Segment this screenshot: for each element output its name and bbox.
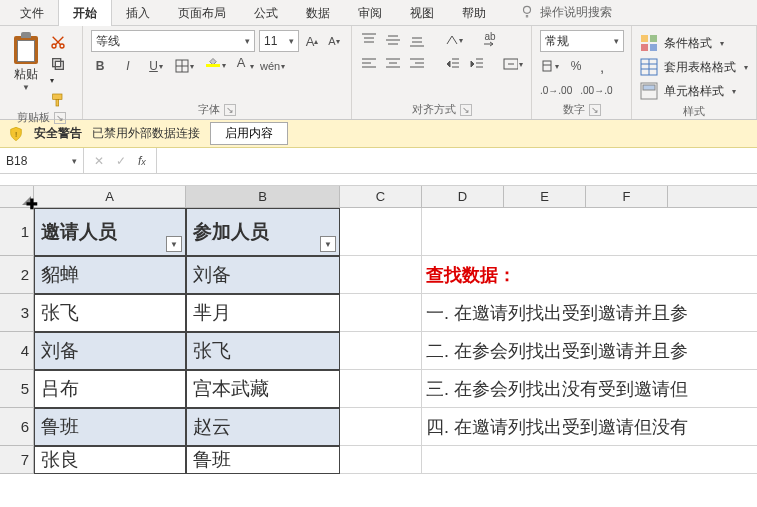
font-dialog-launcher[interactable]: ↘ (224, 104, 236, 116)
row-header[interactable]: 6 (0, 408, 34, 446)
format-as-table-button[interactable]: 套用表格格式▾ (640, 56, 748, 78)
grid-cell[interactable]: 吕布 (34, 370, 186, 408)
grid-cell[interactable]: 张良 (34, 446, 186, 474)
grid-cell[interactable] (340, 256, 422, 294)
row-header[interactable]: 5 (0, 370, 34, 408)
grid-cell[interactable]: 刘备 (186, 256, 340, 294)
table-header-cell[interactable]: 邀请人员▼ (34, 208, 186, 256)
align-center-icon[interactable] (384, 54, 402, 74)
align-left-icon[interactable] (360, 54, 378, 74)
underline-button[interactable]: U▾ (147, 56, 165, 76)
cell-styles-button[interactable]: 单元格样式▾ (640, 80, 748, 102)
decrease-indent-icon[interactable] (444, 54, 462, 74)
font-color-button[interactable]: A▾ (232, 56, 250, 76)
number-dialog-launcher[interactable]: ↘ (589, 104, 601, 116)
formula-input[interactable] (157, 148, 757, 173)
tell-me-hint[interactable]: 操作说明搜索 (540, 4, 612, 21)
tab-view[interactable]: 视图 (396, 0, 448, 26)
wrap-text-button[interactable]: ab (481, 30, 499, 50)
grid-cell[interactable] (340, 446, 422, 474)
tab-help[interactable]: 帮助 (448, 0, 500, 26)
copy-icon[interactable]: ▾ (50, 56, 66, 86)
font-size-combo[interactable]: 11▾ (259, 30, 299, 52)
decrease-decimal-button[interactable]: .00→.0 (580, 80, 612, 100)
svg-point-0 (524, 6, 531, 13)
grid-cell[interactable]: 刘备 (34, 332, 186, 370)
clipboard-dialog-launcher[interactable]: ↘ (54, 112, 66, 124)
row-header[interactable]: 3 (0, 294, 34, 332)
grid-cell[interactable]: 赵云 (186, 408, 340, 446)
table-header-cell[interactable]: 参加人员▼ (186, 208, 340, 256)
percent-button[interactable]: % (567, 56, 585, 76)
grid-cell[interactable] (340, 208, 422, 256)
row-header[interactable]: 1 (0, 208, 34, 256)
svg-rect-47 (650, 44, 657, 51)
bold-button[interactable]: B (91, 56, 109, 76)
grid-cell[interactable]: 张飞 (186, 332, 340, 370)
phonetic-guide-button[interactable]: wén▾ (260, 56, 285, 76)
overlay-line: 一. 在邀请列找出受到邀请并且参 (422, 294, 757, 332)
alignment-dialog-launcher[interactable]: ↘ (460, 104, 472, 116)
svg-rect-53 (643, 85, 655, 90)
conditional-formatting-button[interactable]: 条件格式▾ (640, 32, 748, 54)
grid-cell[interactable]: 貂蝉 (34, 256, 186, 294)
grid-cell[interactable] (340, 408, 422, 446)
align-top-icon[interactable] (360, 30, 378, 50)
number-format-combo[interactable]: 常规▾ (540, 30, 624, 52)
tab-pagelayout[interactable]: 页面布局 (164, 0, 240, 26)
enable-content-button[interactable]: 启用内容 (210, 122, 288, 145)
select-all-corner[interactable] (0, 186, 34, 208)
increase-indent-icon[interactable] (468, 54, 486, 74)
accounting-format-button[interactable]: ▾ (540, 56, 559, 76)
fill-color-button[interactable]: ▾ (204, 56, 222, 76)
paste-button[interactable]: 粘贴 ▼ (8, 30, 44, 108)
tab-formulas[interactable]: 公式 (240, 0, 292, 26)
grid-cell[interactable] (340, 370, 422, 408)
name-box[interactable]: B18▾ (0, 148, 84, 173)
row-header[interactable]: 4 (0, 332, 34, 370)
orientation-button[interactable]: ▾ (444, 30, 463, 50)
col-header-E[interactable]: E (504, 186, 586, 208)
merge-center-button[interactable]: ▾ (503, 54, 523, 74)
tab-file[interactable]: 文件 (6, 0, 58, 26)
col-header-A[interactable]: A (34, 186, 186, 208)
filter-icon[interactable]: ▼ (166, 236, 182, 252)
row-header[interactable]: 7 (0, 446, 34, 474)
tab-review[interactable]: 审阅 (344, 0, 396, 26)
tab-home[interactable]: 开始 (58, 0, 112, 26)
accept-formula-icon[interactable]: ✓ (116, 154, 126, 168)
align-bottom-icon[interactable] (408, 30, 426, 50)
cut-icon[interactable] (50, 34, 66, 50)
spreadsheet-grid[interactable]: A B C D E F 1 邀请人员▼ 参加人员▼ 2 貂蝉 刘备 查 (0, 186, 757, 474)
format-painter-icon[interactable] (50, 92, 66, 108)
svg-rect-44 (641, 35, 648, 42)
col-header-C[interactable]: C (340, 186, 422, 208)
grid-cell[interactable] (340, 294, 422, 332)
align-middle-icon[interactable] (384, 30, 402, 50)
increase-decimal-button[interactable]: .0→.00 (540, 80, 572, 100)
svg-rect-42 (543, 61, 551, 71)
tab-data[interactable]: 数据 (292, 0, 344, 26)
svg-rect-46 (641, 44, 648, 51)
increase-font-icon[interactable]: A▴ (303, 31, 321, 51)
comma-button[interactable]: , (593, 56, 611, 76)
italic-button[interactable]: I (119, 56, 137, 76)
font-family-combo[interactable]: 等线▾ (91, 30, 255, 52)
grid-cell[interactable]: 芈月 (186, 294, 340, 332)
cancel-formula-icon[interactable]: ✕ (94, 154, 104, 168)
filter-icon[interactable]: ▼ (320, 236, 336, 252)
borders-button[interactable]: ▾ (175, 56, 194, 76)
decrease-font-icon[interactable]: A▾ (325, 31, 343, 51)
col-header-F[interactable]: F (586, 186, 668, 208)
grid-cell[interactable]: 鲁班 (34, 408, 186, 446)
align-right-icon[interactable] (408, 54, 426, 74)
row-header[interactable]: 2 (0, 256, 34, 294)
grid-cell[interactable]: 鲁班 (186, 446, 340, 474)
insert-function-icon[interactable]: fx (138, 154, 146, 168)
grid-cell[interactable]: 张飞 (34, 294, 186, 332)
col-header-B[interactable]: B (186, 186, 340, 208)
grid-cell[interactable] (340, 332, 422, 370)
tab-insert[interactable]: 插入 (112, 0, 164, 26)
col-header-D[interactable]: D (422, 186, 504, 208)
grid-cell[interactable]: 宫本武藏 (186, 370, 340, 408)
